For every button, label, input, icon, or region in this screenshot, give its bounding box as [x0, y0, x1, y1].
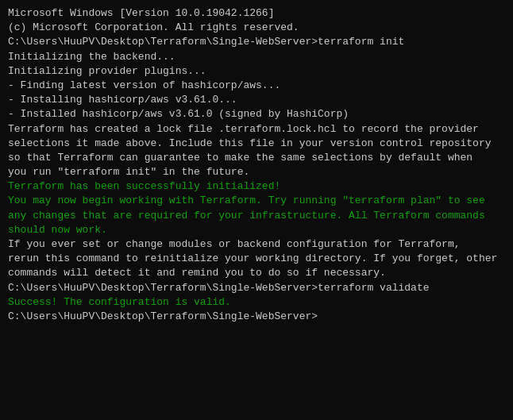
terminal-line: - Installed hashicorp/aws v3.61.0 (signe… — [8, 107, 505, 121]
terminal-line: Terraform has been successfully initiali… — [8, 179, 505, 194]
terminal-line: C:\Users\HuuPV\Desktop\Terraform\Single-… — [8, 35, 505, 49]
terminal-line: C:\Users\HuuPV\Desktop\Terraform\Single-… — [8, 310, 505, 324]
terminal-line: You may now begin working with Terraform… — [8, 194, 505, 237]
terminal-window[interactable]: Microsoft Windows [Version 10.0.19042.12… — [0, 0, 513, 420]
terminal-line: C:\Users\HuuPV\Desktop\Terraform\Single-… — [8, 281, 505, 295]
terminal-line: Terraform has created a lock file .terra… — [8, 122, 505, 180]
terminal-line: Initializing the backend... — [8, 50, 505, 64]
terminal-line: Microsoft Windows [Version 10.0.19042.12… — [8, 6, 505, 21]
terminal-line: - Installing hashicorp/aws v3.61.0... — [8, 93, 505, 107]
terminal-line: If you ever set or change modules or bac… — [8, 237, 505, 281]
terminal-output: Microsoft Windows [Version 10.0.19042.12… — [8, 6, 505, 324]
terminal-line: Initializing provider plugins... — [8, 64, 505, 79]
terminal-line: - Finding latest version of hashicorp/aw… — [8, 79, 505, 93]
terminal-line: Success! The configuration is valid. — [8, 295, 505, 310]
terminal-line: (c) Microsoft Corporation. All rights re… — [8, 21, 505, 35]
